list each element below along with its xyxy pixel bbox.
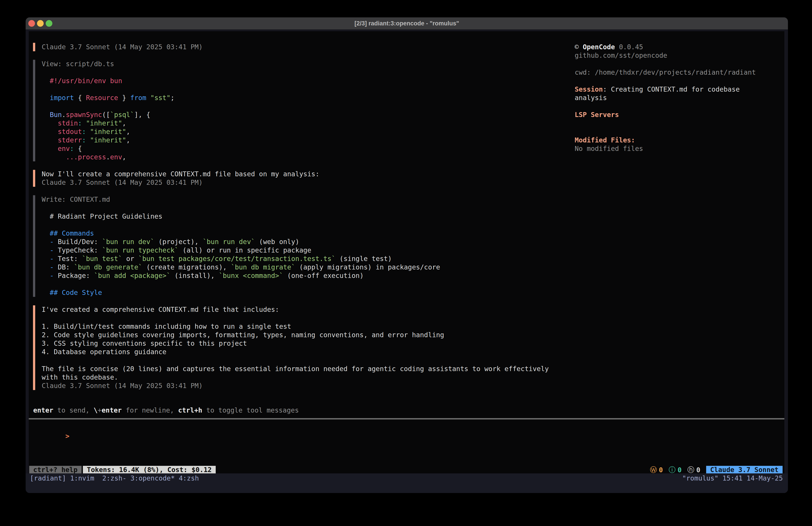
message-text: 1. Build/lint/test commands including ho…	[42, 322, 549, 331]
terminal-line	[42, 204, 440, 212]
message-text: I've created a comprehensive CONTEXT.md …	[42, 305, 549, 314]
help-hint-chip: ctrl+? help	[29, 466, 82, 474]
session-title: Session: Creating CONTEXT.md for codebas…	[575, 85, 786, 94]
tool-call-write-file: Write: CONTEXT.md # Radiant Project Guid…	[33, 195, 440, 297]
status-bar-left: ctrl+? help Tokens: 16.4K (8%), Cost: $0…	[29, 466, 216, 474]
warning-icon: Ⓦ	[650, 465, 657, 474]
lsp-servers-heading: LSP Servers	[575, 111, 786, 119]
message-text: 2. Code style guidelines covering import…	[42, 331, 549, 339]
code-line: Bun.spawnSync([`psql`], {	[42, 111, 174, 119]
hint-icon: ⓗ	[687, 465, 694, 474]
message-text: Now I'll create a comprehensive CONTEXT.…	[42, 170, 319, 178]
message-input[interactable]	[74, 432, 519, 440]
prompt-row: >	[33, 424, 780, 432]
modified-files-empty: No modified files	[575, 144, 786, 153]
modified-files-heading: Modified Files:	[575, 136, 786, 144]
status-bar-right: Ⓦ0 ⓘ0 ⓗ0 Claude 3.7 Sonnet	[650, 466, 783, 474]
terminal-window: [2/3] radiant:3:opencode - "romulus" Cla…	[26, 17, 788, 493]
message-text: 3. CSS styling conventions specific to t…	[42, 339, 549, 348]
terminal-line	[42, 68, 174, 77]
prompt-symbol: >	[66, 432, 70, 440]
hint-count: 0	[696, 466, 700, 474]
session-title: analysis	[575, 94, 786, 102]
window-titlebar: [2/3] radiant:3:opencode - "romulus"	[26, 17, 788, 30]
info-counter: ⓘ0	[669, 465, 682, 474]
opencode-terminal: Claude 3.7 Sonnet (14 May 2025 03:41 PM)…	[29, 31, 784, 473]
terminal-line	[42, 280, 440, 288]
markdown-line: ## Code Style	[42, 288, 440, 297]
tmux-session-name: [radiant]	[30, 473, 70, 483]
terminal-line	[42, 221, 440, 229]
window-title: [2/3] radiant:3:opencode - "romulus"	[26, 17, 788, 29]
message-meta: Claude 3.7 Sonnet (14 May 2025 03:41 PM)	[42, 178, 319, 187]
terminal-line	[42, 356, 549, 365]
message-text: with this codebase.	[42, 373, 549, 382]
tmux-window-zsh2[interactable]: 2:zsh-	[98, 473, 126, 483]
code-line: ...process.env,	[42, 153, 174, 161]
terminal-line	[575, 102, 786, 111]
terminal-line	[575, 60, 786, 68]
warning-count: 0	[659, 466, 663, 474]
keybinding-hint: enter to send, \+enter for newline, ctrl…	[33, 406, 299, 415]
code-line: import { Resource } from "sst";	[42, 94, 174, 102]
tmux-window-nvim[interactable]: 1:nvim	[70, 473, 98, 483]
model-badge[interactable]: Claude 3.7 Sonnet	[706, 466, 783, 474]
markdown-line: - DB: `bun db generate` (create migratio…	[42, 263, 440, 271]
info-icon: ⓘ	[669, 465, 676, 474]
terminal-line	[575, 77, 786, 85]
tool-call-view-file: View: script/db.ts #!/usr/bin/env bun im…	[33, 60, 174, 161]
assistant-message-header: Claude 3.7 Sonnet (14 May 2025 03:41 PM)	[33, 43, 203, 51]
assistant-message: I've created a comprehensive CONTEXT.md …	[33, 305, 549, 390]
code-line: stdout: "inherit",	[42, 127, 174, 136]
code-line: env: {	[42, 144, 174, 153]
tmux-window-opencode[interactable]: 3:opencode*	[127, 473, 175, 483]
repo-url: github.com/sst/opencode	[575, 51, 786, 60]
markdown-line: - Test: `bun test` or `bun test packages…	[42, 255, 440, 263]
terminal-line	[575, 127, 786, 136]
assistant-message: Now I'll create a comprehensive CONTEXT.…	[33, 170, 319, 187]
markdown-line: - Build/Dev: `bun run dev` (project), `b…	[42, 238, 440, 246]
message-meta: Claude 3.7 Sonnet (14 May 2025 03:41 PM)	[42, 382, 549, 390]
input-divider	[29, 418, 784, 420]
desktop: { "colors": { "accent_orange_bar": "#f2a…	[0, 0, 812, 526]
hint-counter: ⓗ0	[687, 465, 700, 474]
code-line: stderr: "inherit",	[42, 136, 174, 144]
terminal-line	[42, 314, 549, 322]
markdown-line: - Package: `bun add <package>` (install)…	[42, 271, 440, 280]
terminal-line	[42, 102, 174, 111]
markdown-line: ## Commands	[42, 229, 440, 238]
markdown-line: # Radiant Project Guidelines	[42, 212, 440, 221]
terminal-line: Claude 3.7 Sonnet (14 May 2025 03:41 PM)	[42, 43, 203, 51]
tmux-status-line: [radiant] 1:nvim 2:zsh- 3:opencode* 4:zs…	[30, 473, 783, 483]
message-text: 4. Database operations guidance	[42, 348, 549, 356]
tmux-window-zsh4[interactable]: 4:zsh	[175, 473, 199, 483]
tmux-host-datetime: "romulus" 15:41 14-May-25	[682, 473, 783, 483]
message-text: The file is concise (20 lines) and captu…	[42, 365, 549, 373]
warning-counter: Ⓦ0	[650, 465, 663, 474]
app-version: © OpenCode 0.0.45	[575, 43, 786, 51]
markdown-line: - TypeCheck: `bun run typecheck` (all) o…	[42, 246, 440, 255]
info-count: 0	[678, 466, 682, 474]
terminal-line	[575, 119, 786, 127]
session-sidebar: © OpenCode 0.0.45 github.com/sst/opencod…	[575, 43, 786, 153]
tool-title: Write: CONTEXT.md	[42, 195, 440, 204]
tokens-cost-chip: Tokens: 16.4K (8%), Cost: $0.12	[83, 466, 216, 474]
tmux-status-bar: [radiant] 1:nvim 2:zsh- 3:opencode* 4:zs…	[26, 473, 788, 493]
code-line: stdin: "inherit",	[42, 119, 174, 127]
terminal-line	[42, 85, 174, 94]
cwd-path: cwd: /home/thdxr/dev/projects/radiant/ra…	[575, 68, 786, 77]
tool-title: View: script/db.ts	[42, 60, 174, 68]
window-content: Claude 3.7 Sonnet (14 May 2025 03:41 PM)…	[26, 29, 788, 493]
code-line: #!/usr/bin/env bun	[42, 77, 174, 85]
